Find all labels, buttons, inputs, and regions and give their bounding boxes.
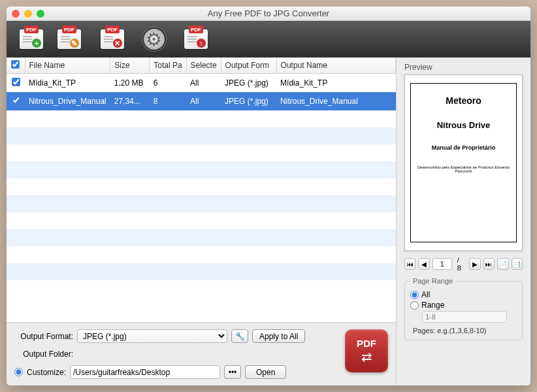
delete-pdf-button[interactable]: PDF ✕ (101, 29, 124, 49)
preview-text: Meteoro (446, 95, 481, 106)
output-panel: Output Format: JPEG (*.jpg) 🔧 Apply to A… (7, 322, 396, 385)
pdf-badge-icon: PDF (62, 25, 76, 33)
output-format-select[interactable]: JPEG (*.jpg) (77, 329, 227, 343)
titlebar: Any Free PDF to JPG Converter (7, 7, 530, 21)
app-window: Any Free PDF to JPG Converter PDF + ▼ PD… (7, 7, 530, 385)
col-selected[interactable]: Selecte (186, 57, 221, 74)
col-outputname[interactable]: Output Name (276, 57, 395, 74)
toolbar: PDF + ▼ PDF ✎ PDF ✕ PDF ↑ (7, 21, 530, 57)
range-input[interactable] (422, 311, 507, 323)
page-copy-button[interactable]: 📑 (512, 258, 523, 270)
range-custom-label: Range (421, 301, 444, 310)
select-all-checkbox[interactable] (11, 60, 20, 69)
browse-button[interactable]: ••• (224, 365, 241, 379)
customize-radio[interactable] (14, 368, 23, 376)
pdf-badge-icon: PDF (105, 25, 120, 33)
col-checkbox[interactable] (7, 57, 25, 74)
empty-row (7, 195, 396, 212)
range-all-label: All (421, 290, 430, 299)
table-row[interactable]: Nitrous_Drive_Manual 27,34... 8 All JPEG… (7, 92, 396, 110)
col-totalpages[interactable]: Total Pa (150, 57, 186, 74)
row-checkbox[interactable] (12, 78, 20, 86)
next-page-button[interactable]: ▶ (469, 258, 480, 270)
preview-text: Manual de Proprietário (432, 144, 496, 151)
empty-row (7, 178, 396, 195)
page-total-label: / 8 (457, 256, 464, 272)
x-icon: ✕ (113, 39, 122, 48)
output-path-input[interactable] (70, 365, 220, 379)
first-page-button[interactable]: ⏮ (404, 258, 415, 270)
empty-row (7, 263, 396, 280)
cell-selected: All (186, 92, 221, 110)
cell-filename: Nitrous_Drive_Manual (25, 92, 110, 110)
convert-badge: PDF (357, 338, 376, 349)
cell-outputname: Mídia_Kit_TP (276, 74, 395, 93)
range-all-radio[interactable] (410, 291, 419, 299)
output-format-label: Output Format: (14, 332, 73, 341)
cell-totalpages: 6 (150, 74, 186, 93)
pdf-badge-icon: PDF (189, 25, 203, 33)
cell-totalpages: 8 (150, 92, 186, 110)
add-pdf-button[interactable]: PDF + (20, 29, 43, 49)
preview-label: Preview (404, 63, 523, 72)
last-page-button[interactable]: ⏭ (483, 258, 495, 270)
cell-outputformat: JPEG (*.jpg) (221, 74, 276, 93)
convert-button[interactable]: PDF ⇄ (345, 329, 388, 372)
file-table: File Name Size Total Pa Selecte Output F… (7, 57, 396, 322)
col-filename[interactable]: File Name (25, 57, 110, 74)
customize-label: Customize: (27, 368, 66, 377)
table-row[interactable]: Mídia_Kit_TP 1,20 MB 6 All JPEG (*.jpg) … (7, 74, 396, 93)
output-folder-label: Output Folder: (14, 350, 73, 359)
col-outputformat[interactable]: Output Form (221, 57, 276, 74)
cell-size: 1,20 MB (110, 74, 150, 93)
empty-row (7, 110, 396, 127)
page-range-group: Page Range All Range Pages: e.g.(1,3,6,8… (404, 277, 523, 340)
empty-row (7, 161, 396, 178)
col-size[interactable]: Size (110, 57, 150, 74)
plus-icon: + (32, 39, 41, 48)
pdf-badge-icon: PDF (24, 25, 39, 33)
empty-row (7, 246, 396, 263)
empty-row (7, 229, 396, 246)
edit-pdf-button[interactable]: PDF ✎ (57, 29, 81, 49)
page-range-legend: Page Range (410, 277, 455, 285)
format-settings-button[interactable]: 🔧 (231, 329, 248, 343)
window-title: Any Free PDF to JPG Converter (7, 8, 530, 18)
preview-box: Meteoro Nitrous Drive Manual de Propriet… (404, 74, 523, 251)
page-navigation: ⏮ ◀ / 8 ▶ ⏭ 📄 📑 (404, 256, 523, 272)
cell-filename: Mídia_Kit_TP (25, 74, 110, 93)
empty-row (7, 127, 396, 144)
pencil-icon: ✎ (70, 39, 79, 48)
empty-row (7, 144, 396, 161)
preview-text: Nitrous Drive (437, 120, 491, 130)
page-number-input[interactable] (432, 258, 452, 270)
cell-size: 27,34... (110, 92, 150, 110)
preview-text: Desenvolvido pelo Especialista de Produt… (415, 165, 512, 173)
apply-to-all-button[interactable]: Apply to All (252, 329, 305, 343)
empty-row (7, 212, 396, 229)
cell-outputformat: JPEG (*.jpg) (221, 92, 276, 110)
open-folder-button[interactable]: Open (245, 365, 286, 379)
row-checkbox[interactable] (12, 96, 20, 105)
upload-pdf-button[interactable]: PDF ↑ (184, 29, 208, 49)
page-list-button[interactable]: 📄 (497, 258, 508, 270)
settings-button[interactable] (144, 29, 165, 50)
cell-selected: All (186, 74, 221, 93)
prev-page-button[interactable]: ◀ (418, 258, 429, 270)
table-header-row: File Name Size Total Pa Selecte Output F… (7, 57, 396, 74)
range-custom-radio[interactable] (410, 301, 419, 310)
convert-arrows-icon: ⇄ (361, 349, 372, 365)
up-arrow-icon: ↑ (197, 39, 206, 48)
cell-outputname: Nitrous_Drive_Manual (276, 92, 395, 110)
range-hint: Pages: e.g.(1,3,6,8-10) (413, 327, 517, 335)
